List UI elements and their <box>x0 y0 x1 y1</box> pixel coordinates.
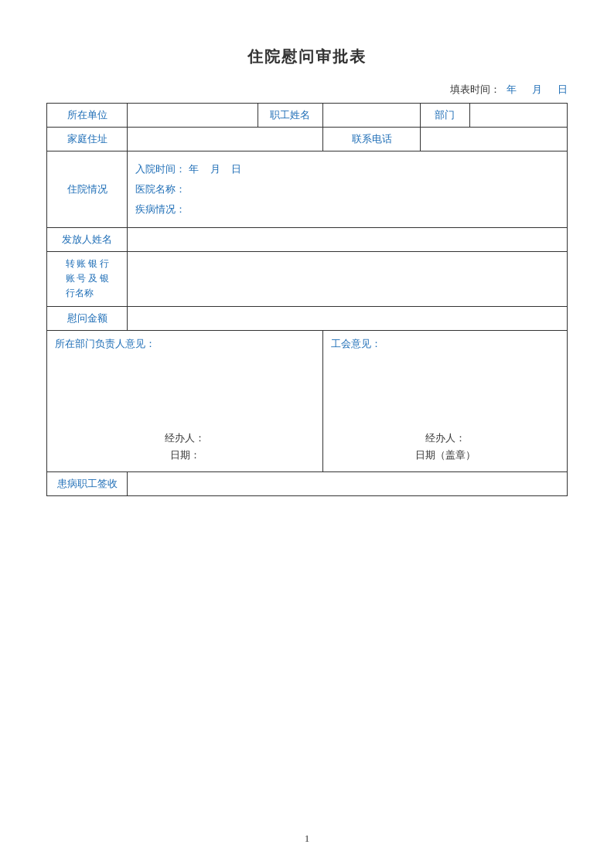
sick-sign-label: 患病职工签收 <box>47 471 128 495</box>
union-opinion-label: 工会意见： <box>331 337 559 351</box>
dept-date-line: 日期： <box>55 448 315 462</box>
dept-value <box>469 104 567 128</box>
fill-time-label: 填表时间： <box>450 83 500 95</box>
address-label: 家庭住址 <box>47 128 128 151</box>
dept-opinion-cell: 所在部门负责人意见： 经办人： 日期： <box>47 330 323 471</box>
table-row-opinions: 所在部门负责人意见： 经办人： 日期： 工会意见： 经办人： <box>47 330 568 471</box>
union-date-label: 日期（盖章） <box>415 449 476 461</box>
union-opinion-footer: 经办人： 日期（盖章） <box>331 431 559 462</box>
dept-date-label: 日期： <box>170 449 200 461</box>
table-row-address: 家庭住址 联系电话 <box>47 128 568 151</box>
amount-value <box>128 306 568 330</box>
dept-label: 部门 <box>421 104 469 128</box>
union-opinion-cell: 工会意见： 经办人： 日期（盖章） <box>323 330 568 471</box>
sick-sign-value <box>128 471 568 495</box>
fill-time-month: 月 <box>532 83 542 95</box>
admission-year: 年 <box>189 159 199 179</box>
address-value <box>128 128 323 151</box>
admission-time-label: 入院时间： <box>135 159 186 179</box>
dept-handler-label: 经办人： <box>165 432 205 444</box>
union-handler-line: 经办人： <box>331 431 559 445</box>
disease-line: 疾病情况： <box>135 199 559 220</box>
fill-time-day: 日 <box>558 83 568 95</box>
bank-label: 转账银行账号及银行名称 <box>47 252 128 307</box>
hospitalization-content: 入院时间： 年 月 日 医院名称： 疾病情况： <box>135 156 559 223</box>
hospitalization-content-cell: 入院时间： 年 月 日 医院名称： 疾病情况： <box>128 151 568 228</box>
hospitalization-label: 住院情况 <box>47 151 128 228</box>
fill-time-row: 填表时间： 年 月 日 <box>46 83 568 97</box>
admission-day: 日 <box>231 159 241 179</box>
page-number: 1 <box>0 832 614 845</box>
disease-label: 疾病情况： <box>135 203 186 215</box>
dept-opinion-footer: 经办人： 日期： <box>55 431 315 462</box>
main-table: 所在单位 职工姓名 部门 家庭住址 联系电话 住院情况 入院时间： 年 <box>46 103 568 496</box>
phone-value <box>421 128 568 151</box>
dept-handler-line: 经办人： <box>55 431 315 445</box>
payer-value <box>128 228 568 252</box>
employee-name-value <box>323 104 421 128</box>
admission-time-line: 入院时间： 年 月 日 <box>135 159 559 179</box>
union-opinion-body <box>331 354 559 416</box>
table-row-amount: 慰问金额 <box>47 306 568 330</box>
page-title: 住院慰问审批表 <box>46 46 568 67</box>
hospital-name-label: 医院名称： <box>135 183 186 195</box>
bank-value <box>128 252 568 307</box>
amount-label: 慰问金额 <box>47 306 128 330</box>
dept-opinion-body <box>55 354 315 416</box>
phone-label: 联系电话 <box>323 128 421 151</box>
union-handler-label: 经办人： <box>425 432 466 444</box>
table-row-unit: 所在单位 职工姓名 部门 <box>47 104 568 128</box>
table-row-bank: 转账银行账号及银行名称 <box>47 252 568 307</box>
union-date-line: 日期（盖章） <box>331 448 559 462</box>
unit-label: 所在单位 <box>47 104 128 128</box>
table-row-payer: 发放人姓名 <box>47 228 568 252</box>
table-row-sick-sign: 患病职工签收 <box>47 471 568 495</box>
admission-month: 月 <box>210 159 220 179</box>
unit-value <box>128 104 258 128</box>
hospital-name-line: 医院名称： <box>135 179 559 199</box>
fill-time-year: 年 <box>507 83 517 95</box>
payer-label: 发放人姓名 <box>47 228 128 252</box>
page-container: 住院慰问审批表 填表时间： 年 月 日 所在单位 职工姓名 部门 家庭住址 联系… <box>0 0 614 868</box>
employee-name-label: 职工姓名 <box>258 104 322 128</box>
dept-opinion-label: 所在部门负责人意见： <box>55 337 315 351</box>
table-row-hospitalization: 住院情况 入院时间： 年 月 日 医院名称： 疾病情况 <box>47 151 568 228</box>
